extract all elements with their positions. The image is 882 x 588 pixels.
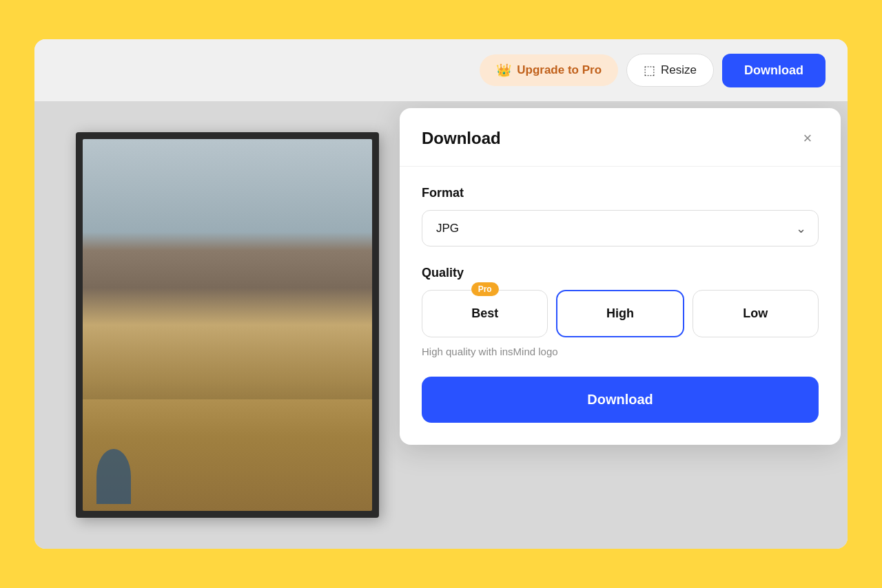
close-icon: ×	[803, 129, 812, 147]
download-action-button[interactable]: Download	[422, 377, 819, 423]
close-button[interactable]: ×	[797, 127, 819, 149]
photo-overlay	[83, 325, 372, 399]
quality-high-label: High	[606, 306, 634, 320]
download-dialog: Download × Format JPG PNG WEBP ⌄	[400, 108, 841, 445]
format-section: Format JPG PNG WEBP ⌄	[422, 186, 819, 246]
pro-badge: Pro	[471, 282, 499, 296]
resize-icon: ⬚	[644, 63, 655, 78]
dialog-header: Download ×	[400, 108, 841, 167]
format-label: Format	[422, 186, 819, 200]
format-select[interactable]: JPG PNG WEBP	[422, 210, 819, 246]
quality-low-label: Low	[743, 306, 768, 320]
photo-inner	[83, 139, 372, 511]
dialog-title: Download	[422, 129, 501, 148]
app-container: 👑 Upgrade to Pro ⬚ Resize Download Downl…	[34, 39, 848, 549]
download-header-button[interactable]: Download	[722, 54, 825, 87]
quality-hint: High quality with insMind logo	[422, 346, 819, 357]
quality-label: Quality	[422, 266, 819, 280]
download-header-label: Download	[744, 63, 803, 77]
quality-options: Pro Best High Low	[422, 290, 819, 337]
dialog-body: Format JPG PNG WEBP ⌄ Quality Pro Best	[400, 167, 841, 445]
resize-label: Resize	[661, 63, 697, 77]
photo-person-silhouette	[96, 449, 131, 504]
photo-background	[83, 139, 372, 511]
quality-option-best[interactable]: Pro Best	[422, 290, 548, 337]
format-select-wrapper: JPG PNG WEBP ⌄	[422, 210, 819, 246]
quality-option-high[interactable]: High	[556, 290, 684, 337]
upgrade-label: Upgrade to Pro	[517, 63, 602, 77]
quality-best-label: Best	[471, 306, 498, 320]
quality-section: Quality Pro Best High Low High quality w…	[422, 266, 819, 357]
toolbar: 👑 Upgrade to Pro ⬚ Resize Download	[34, 39, 848, 101]
quality-option-low[interactable]: Low	[693, 290, 819, 337]
upgrade-button[interactable]: 👑 Upgrade to Pro	[480, 54, 618, 86]
resize-button[interactable]: ⬚ Resize	[626, 54, 714, 87]
download-action-label: Download	[587, 392, 653, 407]
crown-icon: 👑	[496, 63, 511, 78]
photo-frame	[76, 132, 379, 518]
